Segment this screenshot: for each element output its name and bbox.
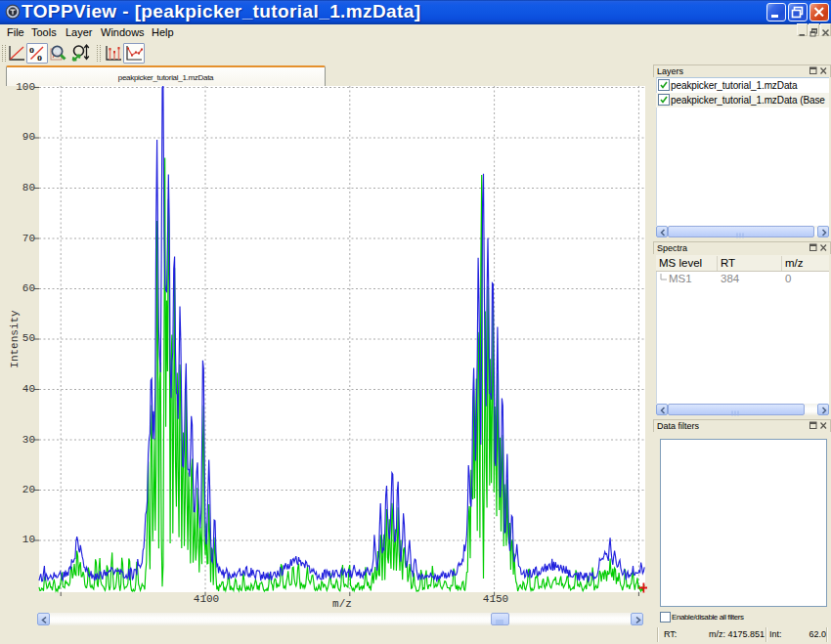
svg-text:o: o [29,44,34,55]
svg-text:o: o [37,52,42,63]
